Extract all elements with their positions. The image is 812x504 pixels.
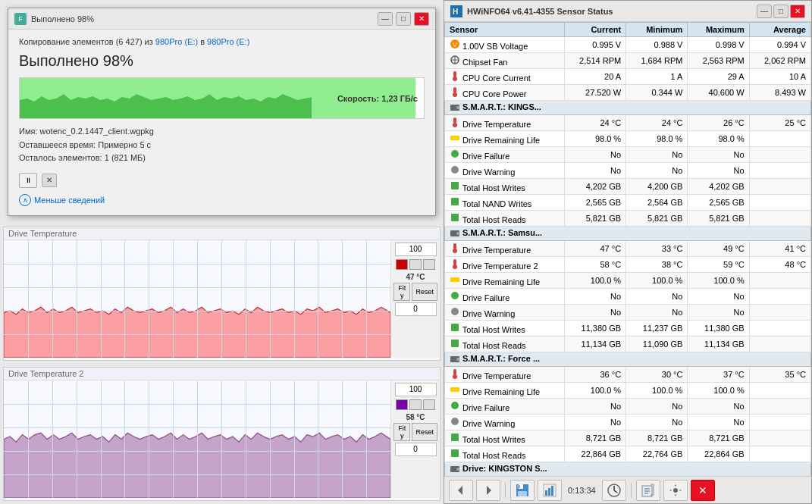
source-link[interactable]: 980Pro (E:) — [155, 37, 198, 46]
sensor-name-cell: Drive Remaining Life — [445, 131, 565, 147]
progress-bar: Скорость: 1,23 ГБ/с — [19, 77, 425, 119]
svg-rect-25 — [453, 259, 456, 265]
toolbar-settings-btn[interactable] — [663, 480, 688, 501]
maximum-value-cell: 2,563 RPM — [688, 53, 749, 69]
chart1-color3[interactable] — [423, 259, 435, 270]
sensor-name-cell: V 1.00V SB Voltage — [445, 37, 565, 53]
current-value-cell: 22,864 GB — [564, 446, 625, 462]
maximum-value-cell: 26 °C — [688, 115, 749, 131]
chart1-color-boxes — [396, 259, 435, 270]
chart1-title: Drive Temperature — [4, 227, 440, 240]
average-value-cell — [749, 131, 810, 147]
table-row: Total Host Writes4,202 GB4,200 GB4,202 G… — [445, 179, 811, 195]
chart1-color1[interactable] — [396, 259, 408, 270]
minimum-value-cell: 0.988 V — [626, 37, 688, 53]
chart2-color2[interactable] — [409, 399, 422, 410]
collapse-icon: ∧ — [19, 194, 31, 206]
hwinfo-win-controls: — □ ✕ — [757, 5, 805, 18]
maximum-value-cell: 5,821 GB — [688, 211, 749, 227]
dest-link[interactable]: 980Pro (E:) — [207, 37, 249, 46]
chart1-scale-bottom[interactable] — [395, 302, 437, 316]
svg-point-8 — [453, 77, 457, 81]
minimum-value-cell: No — [626, 147, 688, 163]
maximum-value-cell: 49 °C — [688, 241, 749, 257]
chart1-graph — [4, 240, 390, 358]
chart1-scale-top[interactable] — [395, 243, 437, 256]
svg-rect-27 — [450, 277, 459, 282]
hwinfo-maximize-btn[interactable]: □ — [773, 5, 788, 18]
toolbar-clock-btn[interactable] — [602, 480, 626, 501]
minimum-value-cell: No — [626, 163, 688, 179]
sensor-name-cell: Drive Remaining Life — [445, 273, 565, 289]
file-copy-icon: F — [14, 13, 27, 25]
hwinfo-titlebar: H HWiNFO64 v6.41-4355 Sensor Status — □ … — [444, 1, 811, 22]
maximum-value-cell: 59 °C — [688, 257, 749, 273]
table-row: Drive Temperature 258 °C38 °C59 °C48 °C — [445, 257, 811, 273]
chart2-color3[interactable] — [423, 399, 435, 410]
table-group-header: Drive: KINGSTON S... — [445, 462, 811, 476]
svg-rect-19 — [451, 198, 459, 205]
current-value-cell: No — [564, 305, 625, 321]
collapse-button[interactable]: ∧ Меньше сведений — [19, 194, 105, 206]
chart2-color1[interactable] — [396, 399, 408, 410]
chart-panel-2: Drive Temperature 2 — [3, 367, 440, 501]
current-value-cell: 8,721 GB — [564, 430, 625, 446]
dialog-titlebar: F Выполнено 98% — □ ✕ — [8, 8, 435, 30]
average-value-cell — [749, 195, 810, 211]
toolbar-back-btn[interactable] — [449, 480, 473, 501]
average-value-cell — [749, 211, 810, 227]
current-value-cell: 27.520 W — [564, 85, 625, 101]
current-value-cell: No — [564, 399, 625, 415]
toolbar-stop-btn[interactable]: ✕ — [691, 480, 715, 501]
svg-point-28 — [451, 292, 459, 299]
chart2-scale-top[interactable] — [395, 383, 437, 396]
dialog-close-button[interactable]: ✕ — [42, 174, 57, 187]
average-value-cell: 0.994 V — [749, 37, 810, 53]
close-button[interactable]: ✕ — [414, 12, 429, 26]
toolbar-chart-btn[interactable] — [538, 480, 562, 501]
chart1-temp-label: 47 °C — [406, 273, 425, 281]
table-row: Drive WarningNoNoNo — [445, 163, 811, 179]
chart2-reset-btn[interactable]: Reset — [412, 423, 437, 441]
sensor-name-cell: Drive Warning — [445, 305, 565, 321]
svg-point-26 — [453, 265, 457, 269]
dialog-body: Копирование элементов (6 427) из 980Pro … — [8, 30, 435, 215]
toolbar-save-btn[interactable] — [510, 480, 535, 501]
chart1-reset-btn[interactable]: Reset — [412, 283, 437, 301]
sensor-name-cell: Chipset Fan — [445, 53, 565, 69]
current-value-cell: 4,202 GB — [564, 179, 625, 195]
chart1-fit-btn[interactable]: Fit y — [393, 283, 410, 301]
minimize-button[interactable]: — — [378, 12, 393, 26]
svg-point-24 — [453, 249, 457, 253]
chart-panel-1: Drive Temperature — [3, 227, 440, 361]
svg-point-35 — [453, 374, 457, 379]
sensor-tbody: V 1.00V SB Voltage0.995 V0.988 V0.998 V0… — [445, 37, 811, 477]
current-value-cell: 24 °C — [564, 115, 625, 131]
hwinfo-close-btn[interactable]: ✕ — [790, 5, 805, 18]
hwinfo-minimize-btn[interactable]: — — [757, 5, 772, 18]
minimum-value-cell: 22,764 GB — [626, 446, 688, 462]
toolbar-forward-btn[interactable] — [476, 480, 500, 501]
col-average: Average — [749, 23, 810, 37]
table-row: Drive Remaining Life100.0 %100.0 %100.0 … — [445, 273, 811, 289]
chart1-area: 47 °C Fit y Reset — [4, 240, 440, 358]
chart1-color2[interactable] — [409, 259, 422, 270]
speed-label: Скорость: 1,23 ГБ/с — [337, 94, 418, 103]
average-value-cell — [749, 337, 810, 352]
sensor-table-container[interactable]: Sensor Current Minimum Maximum Average V… — [444, 22, 811, 476]
current-value-cell: 98.0 % — [564, 131, 625, 147]
hwinfo-app-icon: H — [450, 5, 462, 17]
maximize-button[interactable]: □ — [396, 12, 411, 26]
average-value-cell — [749, 147, 810, 163]
chart2-scale-bottom[interactable] — [395, 443, 437, 456]
table-row: Drive Remaining Life100.0 %100.0 %100.0 … — [445, 383, 811, 399]
sensor-name-cell: CPU Core Current — [445, 69, 565, 85]
minimum-value-cell: No — [626, 305, 688, 321]
table-row: Total Host Reads11,134 GB11,090 GB11,134… — [445, 337, 811, 352]
pause-button[interactable]: ⏸ — [19, 173, 37, 188]
toolbar-export-btn[interactable] — [636, 480, 660, 501]
minimum-value-cell: 1 A — [626, 69, 688, 85]
hwinfo-title-text: HWiNFO64 v6.41-4355 Sensor Status — [467, 7, 613, 16]
maximum-value-cell: 11,380 GB — [688, 321, 749, 337]
chart2-fit-btn[interactable]: Fit y — [393, 423, 410, 441]
